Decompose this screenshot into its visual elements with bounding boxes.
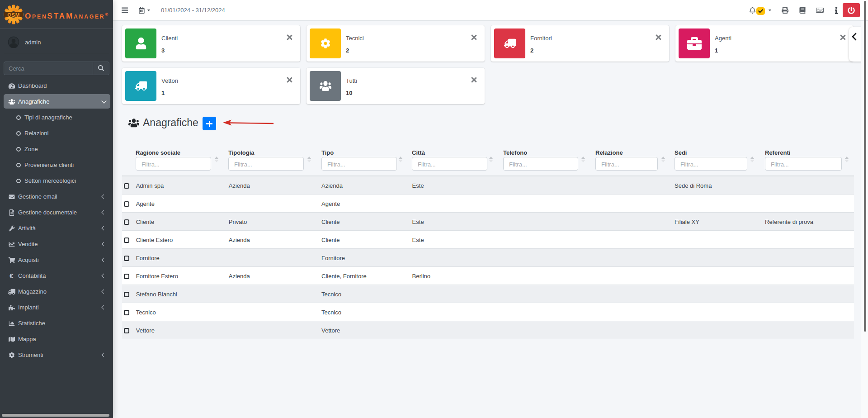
svg-text:OSM: OSM	[7, 12, 20, 18]
